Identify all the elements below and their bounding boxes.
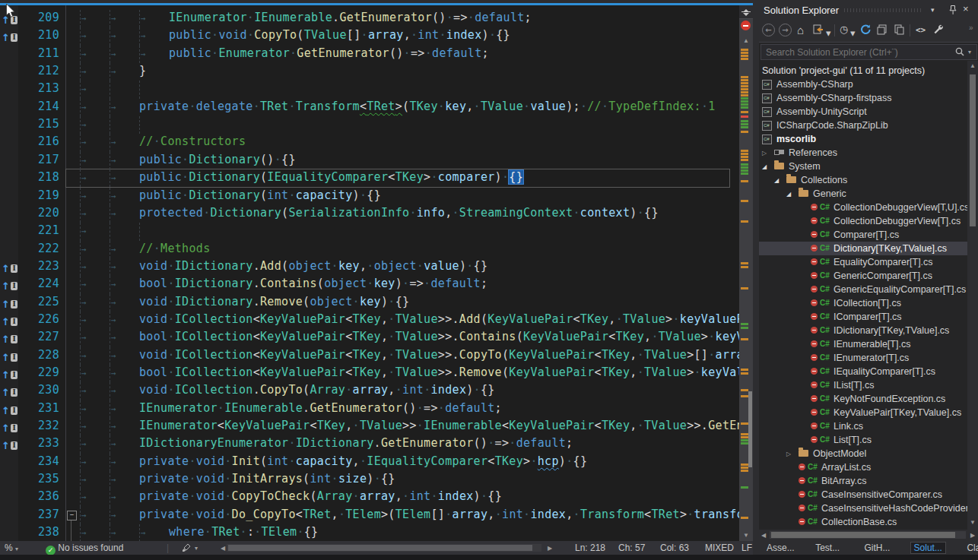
tree-row-project[interactable]: ICSharpCode.SharpZipLib bbox=[759, 119, 967, 132]
code-line-221[interactable]: 221 bbox=[0, 222, 739, 239]
tree-row-file[interactable]: C#BitArray.cs bbox=[759, 474, 967, 488]
tree-horizontal-scrollbar[interactable]: ◀ ▶ bbox=[759, 530, 978, 541]
code-line-215[interactable]: 215 bbox=[0, 115, 739, 133]
implements-interface-arrow-icon[interactable]: ↑I bbox=[2, 277, 17, 291]
tree-row-file[interactable]: C#CollectionDebuggerView[T].cs bbox=[759, 214, 967, 228]
tree-row-folder[interactable]: ◢System bbox=[759, 160, 967, 173]
home-icon[interactable]: ⌂ bbox=[797, 24, 804, 37]
scroll-up-icon[interactable]: ▲ bbox=[967, 62, 978, 69]
tree-row-folder[interactable]: ◢Generic bbox=[759, 187, 967, 201]
tree-row-file[interactable]: C#KeyNotFoundException.cs bbox=[759, 392, 967, 406]
scrollbar-thumb[interactable] bbox=[748, 391, 752, 467]
status-encoding[interactable]: MIXED bbox=[705, 543, 734, 553]
implements-interface-arrow-icon[interactable]: ↑I bbox=[2, 313, 17, 327]
collapse-all-icon[interactable] bbox=[876, 24, 888, 37]
status-char[interactable]: Ch: 57 bbox=[618, 543, 645, 553]
collapsed-arrow-icon[interactable]: ▷ bbox=[762, 147, 767, 160]
tree-row-file[interactable]: C#GenericComparer[T].cs bbox=[759, 269, 967, 283]
solution-explorer-titlebar[interactable]: Solution Explorer ▾ × bbox=[759, 0, 978, 21]
tree-row-file[interactable]: C#Comparer[T].cs bbox=[759, 228, 967, 242]
tree-row-project[interactable]: Assembly-CSharp-firstpass bbox=[759, 91, 967, 105]
sync-active-document-icon[interactable] bbox=[812, 24, 824, 37]
expanded-arrow-icon[interactable]: ◢ bbox=[786, 188, 791, 201]
panel-tab-asse[interactable]: Asse... bbox=[764, 542, 798, 554]
tree-row-file[interactable]: C#Dictionary[TKey,TValue].cs bbox=[759, 242, 967, 255]
view-code-icon[interactable]: <> bbox=[916, 24, 926, 37]
scrollbar-thumb[interactable] bbox=[771, 532, 955, 538]
tree-row-project[interactable]: Assembly-CSharp bbox=[759, 78, 967, 91]
window-position-icon[interactable]: ▾ bbox=[931, 6, 935, 14]
scroll-right-icon[interactable]: ▶ bbox=[968, 532, 977, 539]
scroll-left-icon[interactable]: ◀ bbox=[759, 532, 768, 539]
tree-row-file[interactable]: C#IList[T].cs bbox=[759, 378, 967, 392]
implements-interface-arrow-icon[interactable]: ↑I bbox=[2, 29, 17, 43]
code-line-237[interactable]: 237private·void·Do_CopyTo<TRet,·TElem>(T… bbox=[0, 506, 739, 524]
scroll-right-icon[interactable]: ▶ bbox=[543, 545, 557, 552]
fold-collapse-icon[interactable]: − bbox=[67, 511, 77, 520]
implements-interface-arrow-icon[interactable]: ↑I bbox=[2, 349, 17, 362]
sync-dropdown-icon[interactable]: ▾ bbox=[826, 27, 831, 41]
scroll-down-icon[interactable]: ▼ bbox=[739, 532, 753, 539]
tree-row-file[interactable]: C#EqualityComparer[T].cs bbox=[759, 255, 967, 269]
implements-interface-arrow-icon[interactable]: ↑I bbox=[2, 260, 17, 274]
toolbar-overflow-icon[interactable]: » bbox=[969, 24, 973, 37]
implements-interface-arrow-icon[interactable]: ↑I bbox=[2, 331, 17, 344]
tree-row-file[interactable]: C#CollectionBase.cs bbox=[759, 515, 967, 529]
status-column[interactable]: Col: 63 bbox=[660, 543, 689, 553]
tree-row-file[interactable]: C#GenericEqualityComparer[T].cs bbox=[759, 283, 967, 296]
code-line-222[interactable]: 222//·Methods bbox=[0, 240, 739, 258]
code-line-216[interactable]: 216//·Constructors bbox=[0, 133, 739, 150]
close-icon[interactable]: × bbox=[963, 3, 969, 14]
history-filter-icon[interactable]: ◷ bbox=[840, 24, 848, 37]
tree-row-file[interactable]: C#ArrayList.cs bbox=[759, 460, 967, 474]
show-all-files-icon[interactable] bbox=[893, 24, 905, 37]
code-line-238[interactable]: 238where·TRet·:·TElem·{} bbox=[0, 524, 739, 541]
tree-vertical-scrollbar[interactable]: ▲ ▼ bbox=[967, 61, 978, 530]
tree-row-file[interactable]: C#ICollection[T].cs bbox=[759, 296, 967, 310]
splitter-grip-icon[interactable] bbox=[739, 5, 753, 19]
implements-interface-arrow-icon[interactable]: ↑I bbox=[2, 296, 17, 309]
panel-tab-solut[interactable]: Solut... bbox=[910, 542, 946, 554]
scrollbar-thumb[interactable] bbox=[970, 74, 976, 226]
code-line-229[interactable]: ↑I229bool·ICollection<KeyValuePair<TKey,… bbox=[0, 364, 739, 381]
forward-icon[interactable]: → bbox=[779, 24, 792, 37]
expanded-arrow-icon[interactable]: ◢ bbox=[774, 174, 779, 188]
code-line-214[interactable]: 214private·delegate·TRet·Transform<TRet>… bbox=[0, 98, 739, 115]
tree-row-project[interactable]: Assembly-UnityScript bbox=[759, 105, 967, 119]
tree-row-file[interactable]: C#List[T].cs bbox=[759, 433, 967, 447]
tree-row-file[interactable]: C#IComparer[T].cs bbox=[759, 310, 967, 324]
implements-interface-arrow-icon[interactable]: ↑I bbox=[2, 419, 17, 433]
code-line-227[interactable]: ↑I227bool·ICollection<KeyValuePair<TKey,… bbox=[0, 328, 739, 346]
tree-row-references[interactable]: ▷References bbox=[759, 146, 967, 160]
code-line-212[interactable]: 212} bbox=[0, 62, 739, 80]
back-icon[interactable]: ← bbox=[762, 24, 775, 37]
code-line-210[interactable]: ↑I210public·void·CopyTo(TValue[]·array,·… bbox=[0, 27, 739, 44]
panel-splitter[interactable] bbox=[753, 0, 759, 560]
code-line-231[interactable]: ↑I231IEnumerator·IEnumerable.GetEnumerat… bbox=[0, 400, 739, 417]
code-line-234[interactable]: 234private·void·Init(int·capacity,·IEqua… bbox=[0, 453, 739, 470]
code-line-233[interactable]: ↑I233IDictionaryEnumerator·IDictionary.G… bbox=[0, 435, 739, 452]
implements-interface-arrow-icon[interactable]: ↑I bbox=[2, 402, 17, 416]
tree-row-solution[interactable]: Solution 'project-gui' (11 of 11 project… bbox=[759, 64, 967, 78]
scroll-up-icon[interactable]: ▲ bbox=[739, 37, 753, 44]
tree-row-file[interactable]: C#IDictionary[TKey,TValue].cs bbox=[759, 324, 967, 337]
history-filter-dropdown-icon[interactable]: ▾ bbox=[850, 27, 856, 41]
code-line-228[interactable]: ↑I228void·ICollection<KeyValuePair<TKey,… bbox=[0, 346, 739, 364]
tree-row-file[interactable]: C#IEqualityComparer[T].cs bbox=[759, 365, 967, 378]
tree-row-file[interactable]: C#CaseInsensitiveHashCodeProvider.cs bbox=[759, 501, 967, 515]
panel-tab-class[interactable]: Class... bbox=[964, 542, 978, 554]
search-dropdown-icon[interactable]: ▾ bbox=[968, 49, 971, 55]
collapsed-arrow-icon[interactable]: ▷ bbox=[786, 448, 791, 461]
code-line-223[interactable]: ↑I223void·IDictionary.Add(object·key,·ob… bbox=[0, 258, 739, 275]
tree-row-file[interactable]: C#Link.cs bbox=[759, 419, 967, 433]
tree-row-folder[interactable]: ◢Collections bbox=[759, 173, 967, 187]
tree-row-file[interactable]: C#KeyValuePair[TKey,TValue].cs bbox=[759, 406, 967, 419]
code-line-211[interactable]: 211public·Enumerator·GetEnumerator()·=>·… bbox=[0, 45, 739, 62]
code-line-226[interactable]: ↑I226void·ICollection<KeyValuePair<TKey,… bbox=[0, 311, 739, 328]
code-line-220[interactable]: 220protected·Dictionary(SerializationInf… bbox=[0, 204, 739, 222]
code-line-213[interactable]: 213 bbox=[0, 80, 739, 97]
implements-interface-arrow-icon[interactable]: ↑I bbox=[2, 11, 17, 25]
status-line[interactable]: Ln: 218 bbox=[575, 543, 605, 553]
brush-icon[interactable] bbox=[181, 543, 192, 553]
properties-wrench-icon[interactable] bbox=[932, 24, 944, 37]
